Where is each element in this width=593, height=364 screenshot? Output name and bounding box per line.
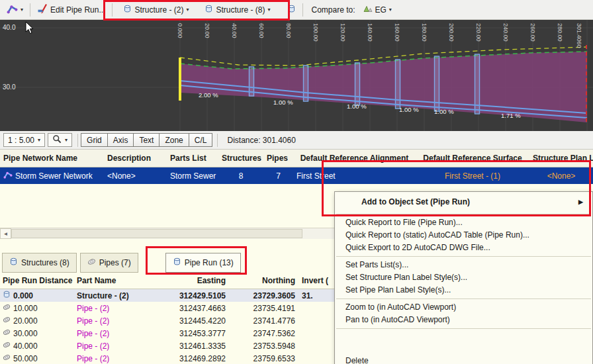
main-toolbar: ▾ Edit Pipe Run... Structure - (2) ▾ Str… [0, 0, 593, 20]
menu-item-label: Add to Object Set (Pipe Run) [361, 197, 470, 206]
column-header-easting[interactable]: Easting [156, 276, 228, 285]
scrollbar-thumb[interactable] [11, 229, 302, 238]
chevron-down-icon: ▾ [65, 138, 68, 143]
run-distance-cell: 10.000 [13, 304, 38, 313]
grid-toggle-button[interactable]: Grid [81, 133, 108, 147]
centerline-toggle-label: C/L [195, 136, 207, 145]
zoom-dropdown[interactable]: ▾ [48, 133, 72, 147]
structures-count-cell: 8 [218, 171, 263, 181]
station-label: 240.00 [502, 23, 509, 42]
network-table-header: Pipe Network Name Description Parts List… [0, 150, 593, 167]
slope-label: 1.71 % [501, 112, 521, 119]
menu-item-set-pipe-plan-label[interactable]: Set Pipe Plan Label Style(s)... [335, 284, 592, 296]
northing-cell: 23735.4191 [228, 304, 298, 313]
compare-surface-label: EG [375, 5, 387, 15]
edit-pipe-run-button[interactable]: Edit Pipe Run... [33, 2, 109, 18]
easting-cell: 312461.3335 [156, 341, 228, 351]
column-header-structure-plan-label[interactable]: Structure Plan L [529, 154, 593, 163]
station-label: 40.00 [231, 23, 238, 38]
part-name-cell: Structure - (2) [74, 291, 156, 300]
toolbar-separator [30, 3, 30, 17]
northing-cell: 23729.3605 [228, 291, 298, 300]
part-name-cell: Pipe - (2) [74, 354, 156, 363]
structure-from-dropdown[interactable]: Structure - (2) ▾ [119, 2, 193, 18]
menu-item-pan-to[interactable]: Pan to (in AutoCAD Viewport) [335, 314, 592, 326]
pipe-run-editor-window: ▾ Edit Pipe Run... Structure - (2) ▾ Str… [0, 0, 593, 364]
tab-pipes-label: Pipes (7) [99, 258, 131, 267]
structure-plan-label-cell: <None> [529, 171, 593, 181]
scale-dropdown[interactable]: 1 : 5.00 ▾ [3, 133, 45, 147]
compare-surface-dropdown[interactable]: EG ▾ [359, 2, 396, 18]
column-header-northing[interactable]: Northing [228, 276, 298, 285]
pipe-icon [3, 316, 11, 326]
part-name-cell: Pipe - (2) [74, 341, 156, 351]
station-label: 0.000 [177, 23, 183, 38]
profile-view: 40.0 30.0 0.000 20.00 40.00 60.00 80.00 … [0, 20, 593, 131]
menu-separator [336, 298, 591, 299]
pipe-icon [87, 257, 96, 268]
tab-structures[interactable]: Structures (8) [2, 253, 77, 273]
text-toggle-label: Text [139, 136, 154, 145]
axis-toggle-button[interactable]: Axis [107, 133, 134, 147]
column-header-parts-list[interactable]: Parts List [167, 154, 218, 163]
structure-to-dropdown[interactable]: Structure - (8) ▾ [201, 2, 274, 18]
menu-item-quick-export-dwg[interactable]: Quick Export to 2D AutoCAD DWG File... [335, 242, 592, 254]
station-label: 60.00 [258, 23, 265, 38]
edit-pipe-run-icon [37, 3, 48, 16]
column-header-structures[interactable]: Structures [218, 154, 263, 163]
column-header-part-name[interactable]: Part Name [74, 276, 156, 285]
structure-tool-button[interactable] [283, 2, 300, 18]
menu-item-add-to-object-set[interactable]: Add to Object Set (Pipe Run) ▶ [335, 192, 592, 212]
scroll-left-icon: ◄ [3, 231, 9, 237]
network-table-row-selected[interactable]: Storm Sewer Network <None> Storm Sewer 8… [0, 167, 593, 184]
tab-pipes[interactable]: Pipes (7) [80, 253, 138, 273]
menu-item-delete[interactable]: Delete [335, 355, 592, 364]
pipe-icon [3, 303, 11, 313]
menu-item-set-structure-plan-label[interactable]: Set Structure Plan Label Style(s)... [335, 271, 592, 284]
chevron-down-icon: ▾ [186, 7, 189, 13]
menu-item-quick-report-table[interactable]: Quick Report to (static) AutoCAD Table (… [335, 229, 592, 242]
menu-item-quick-report-file[interactable]: Quick Report to File (Pipe Run)... [335, 216, 592, 229]
chevron-down-icon: ▾ [389, 7, 392, 13]
structure-icon [123, 5, 132, 15]
submenu-arrow-icon: ▶ [578, 192, 583, 212]
pipe-network-menu-button[interactable]: ▾ [3, 2, 27, 18]
structure-icon [3, 291, 11, 300]
network-name-cell: Storm Sewer Network [15, 171, 93, 181]
column-header-pipes[interactable]: Pipes [263, 154, 293, 163]
toolbar-separator [77, 134, 78, 147]
reference-alignment-cell: First Street [293, 171, 416, 181]
station-label: 160.00 [394, 23, 400, 42]
menu-separator [336, 214, 591, 214]
pipe-icon [3, 341, 11, 351]
scale-value: 1 : 5.00 [8, 136, 34, 145]
easting-cell: 312429.5105 [156, 291, 228, 300]
pipe-network-icon [7, 3, 18, 17]
column-header-reference-alignment[interactable]: Default Reference Alignment [293, 154, 416, 163]
toolbar-separator [217, 134, 218, 147]
pipe-icon [3, 353, 11, 363]
tab-pipe-run[interactable]: Pipe Run (13) [165, 253, 241, 273]
scroll-left-button[interactable]: ◄ [0, 228, 11, 239]
menu-separator [336, 256, 591, 257]
slope-label: 1.00 % [399, 106, 419, 113]
pipe-icon [3, 328, 11, 338]
column-header-reference-surface[interactable]: Default Reference Surface [416, 154, 529, 163]
menu-item-zoom-to[interactable]: Zoom to (in AutoCAD Viewport) [335, 301, 592, 314]
station-label: 100.00 [312, 23, 319, 42]
column-header-network-name[interactable]: Pipe Network Name [0, 154, 104, 163]
northing-cell: 23753.5948 [228, 341, 298, 351]
zone-toggle-button[interactable]: Zone [159, 133, 189, 147]
column-header-run-distance[interactable]: Pipe Run Distance [0, 276, 74, 285]
easting-cell: 312437.4663 [156, 304, 228, 313]
tab-pipe-run-label: Pipe Run (13) [185, 258, 234, 267]
text-toggle-button[interactable]: Text [133, 133, 160, 147]
column-header-description[interactable]: Description [104, 154, 167, 163]
toolbar-separator [112, 3, 113, 17]
zone-toggle-label: Zone [165, 136, 183, 145]
centerline-toggle-button[interactable]: C/L [189, 133, 213, 147]
easting-cell: 312469.2892 [156, 354, 228, 363]
menu-item-set-parts-list[interactable]: Set Parts List(s)... [335, 259, 592, 271]
distance-readout: Distance: 301.4060 [227, 136, 295, 145]
station-label: 120.00 [340, 23, 346, 42]
